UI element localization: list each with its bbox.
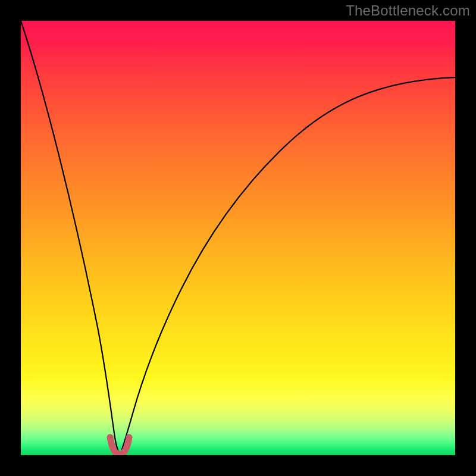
chart-frame: TheBottleneck.com [0,0,476,476]
minimum-marker-icon [110,437,129,454]
curve-path [21,21,455,454]
watermark-text: TheBottleneck.com [346,2,470,19]
bottleneck-curve [21,21,455,455]
plot-area [21,21,455,455]
